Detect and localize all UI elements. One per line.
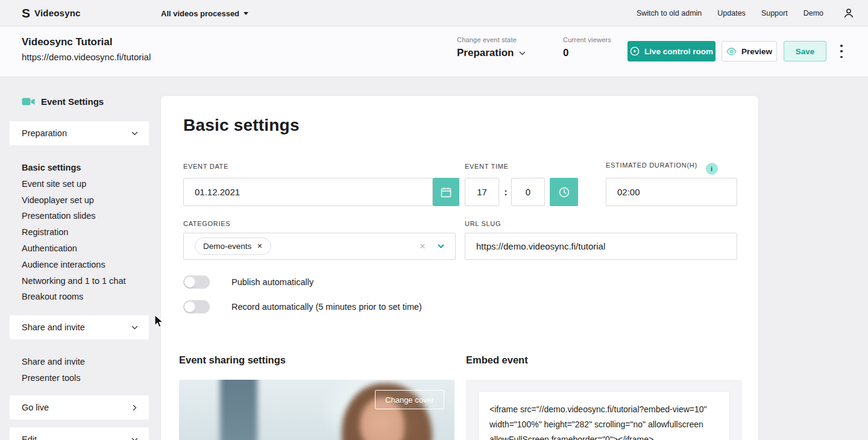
sidebar-item-registration[interactable]: Registration	[22, 224, 126, 240]
brand[interactable]: S Videosync	[22, 7, 81, 19]
record-toggle-label: Record automatically (5 minutes prior to…	[231, 302, 422, 312]
sidebar-item-presenter-tools[interactable]: Presenter tools	[22, 370, 85, 386]
change-cover-button[interactable]: Change cover	[375, 390, 444, 409]
publish-toggle-label: Publish automatically	[231, 277, 313, 287]
chevron-down-icon	[131, 130, 138, 137]
sidebar-item-presentation-slides[interactable]: Presentation slides	[22, 208, 126, 224]
select-clear-icon[interactable]: ×	[420, 241, 426, 251]
sidebar-title: Event Settings	[22, 96, 104, 107]
live-control-room-button[interactable]: Live control room	[627, 41, 715, 61]
record-toggle-row: Record automatically (5 minutes prior to…	[183, 300, 422, 313]
event-state-group: Change event state Preparation	[457, 36, 526, 59]
category-chip-label: Demo-events	[203, 242, 251, 251]
mouse-cursor	[154, 315, 163, 328]
accordion-label: Go live	[22, 403, 49, 412]
sidebar-accordion-preparation[interactable]: Preparation	[10, 121, 149, 145]
time-picker-button[interactable]	[550, 178, 578, 206]
record-toggle[interactable]	[183, 300, 210, 313]
video-camera-icon	[22, 97, 35, 106]
embed-code[interactable]: <iframe src="//demo.videosync.fi/tutoria…	[478, 391, 730, 440]
embed-panel: <iframe src="//demo.videosync.fi/tutoria…	[466, 380, 742, 440]
url-slug-input[interactable]: https://demo.videosync.fi/tutorial	[465, 233, 737, 260]
clock-icon	[558, 186, 570, 198]
category-chip[interactable]: Demo-events ✕	[195, 237, 271, 255]
categories-label: CATEGORIES	[183, 220, 230, 227]
more-options-kebab-icon[interactable]	[837, 45, 846, 58]
publish-toggle-row: Publish automatically	[183, 275, 313, 289]
current-viewers-group: Current viewers 0	[563, 36, 611, 59]
save-button-label: Save	[796, 47, 815, 56]
preview-button-label: Preview	[741, 47, 772, 56]
categories-select[interactable]: Demo-events ✕ ×	[183, 233, 456, 260]
chevron-down-icon	[131, 436, 138, 440]
event-time-hours-input[interactable]: 17	[465, 178, 499, 206]
account-person-icon[interactable]	[843, 7, 855, 19]
videosync-logo-icon: S	[22, 7, 30, 19]
content-area: Event Settings Preparation Basic setting…	[0, 77, 868, 440]
accordion-label: Preparation	[22, 128, 67, 138]
topbar: S Videosync All videos processed Switch …	[0, 0, 868, 27]
cover-art-pillar	[220, 380, 257, 440]
chevron-right-icon	[131, 404, 138, 411]
state-dropdown[interactable]: Preparation	[457, 47, 526, 59]
chevron-down-icon	[519, 50, 526, 57]
event-time-label: EVENT TIME	[465, 163, 509, 170]
live-button-label: Live control room	[644, 47, 713, 56]
sidebar-item-share-and-invite[interactable]: Share and invite	[22, 354, 85, 370]
event-date-input[interactable]: 01.12.2021	[183, 178, 433, 206]
accordion-label: Share and invite	[22, 322, 85, 332]
sidebar-accordion-edit[interactable]: Edit	[10, 427, 149, 440]
duration-input[interactable]: 02:00	[606, 178, 737, 206]
event-header: Videosync Tutorial https://demo.videosyn…	[0, 27, 868, 77]
topbar-links: Switch to old admin Updates Support Demo	[637, 0, 855, 27]
calendar-icon	[440, 186, 452, 198]
videos-filter-dropdown[interactable]: All videos processed	[161, 0, 248, 27]
link-support[interactable]: Support	[761, 9, 788, 17]
chevron-down-icon	[131, 324, 138, 331]
calendar-picker-button[interactable]	[433, 178, 459, 206]
event-date-label: EVENT DATE	[183, 163, 228, 170]
select-chevron-down-icon[interactable]	[438, 243, 444, 250]
time-separator: :	[502, 178, 509, 206]
caret-down-icon	[244, 12, 248, 15]
link-switch-old-admin[interactable]: Switch to old admin	[637, 9, 702, 17]
videos-filter-label: All videos processed	[161, 9, 239, 18]
url-slug-label: URL SLUG	[465, 220, 501, 227]
sidebar-accordion-share-invite[interactable]: Share and invite	[10, 315, 149, 339]
info-icon[interactable]: i	[706, 163, 718, 175]
link-updates[interactable]: Updates	[717, 9, 746, 17]
basic-settings-panel: Basic settings EVENT DATE 01.12.2021 EVE…	[160, 95, 759, 440]
link-demo[interactable]: Demo	[804, 9, 823, 17]
sidebar-item-videoplayer-setup[interactable]: Videoplayer set up	[22, 192, 126, 209]
sidebar-item-audience-interactions[interactable]: Audience interactions	[22, 257, 126, 273]
viewers-count: 0	[563, 47, 611, 59]
brand-name: Videosync	[34, 8, 81, 18]
event-url[interactable]: https://demo.videosync.fi/tutorial	[22, 52, 151, 62]
publish-toggle[interactable]	[183, 275, 210, 289]
sharing-settings-heading: Event sharing settings	[179, 354, 286, 366]
sidebar-accordion-go-live[interactable]: Go live	[10, 395, 149, 420]
event-time-minutes-input[interactable]: 0	[511, 178, 545, 206]
share-invite-items: Share and invite Presenter tools	[22, 354, 85, 386]
chip-remove-icon[interactable]: ✕	[257, 242, 262, 250]
page-title: Basic settings	[183, 116, 300, 135]
eye-icon	[726, 48, 737, 55]
state-label: Change event state	[457, 36, 526, 43]
preparation-items: Basic settings Event site set up Videopl…	[22, 160, 126, 305]
duration-label: ESTIMATED DURATION(H)i	[606, 162, 718, 175]
preview-button[interactable]: Preview	[722, 41, 777, 61]
viewers-label: Current viewers	[563, 36, 611, 43]
event-cover-image: Change cover	[179, 380, 454, 440]
sidebar-item-event-site-setup[interactable]: Event site set up	[22, 176, 126, 192]
save-button[interactable]: Save	[784, 41, 826, 61]
embed-event-heading: Embed event	[466, 354, 528, 366]
sidebar-item-breakout-rooms[interactable]: Breakout rooms	[22, 289, 126, 305]
sidebar-item-authentication[interactable]: Authentication	[22, 240, 126, 257]
sidebar-item-networking-chat[interactable]: Networking and 1 to 1 chat	[22, 273, 126, 289]
play-circle-icon	[630, 46, 640, 56]
sidebar-title-label: Event Settings	[41, 96, 104, 107]
duration-label-text: ESTIMATED DURATION(H)	[606, 162, 697, 169]
event-title: Videosync Tutorial	[22, 36, 113, 48]
state-value: Preparation	[457, 47, 514, 59]
sidebar-item-basic-settings[interactable]: Basic settings	[22, 160, 126, 176]
